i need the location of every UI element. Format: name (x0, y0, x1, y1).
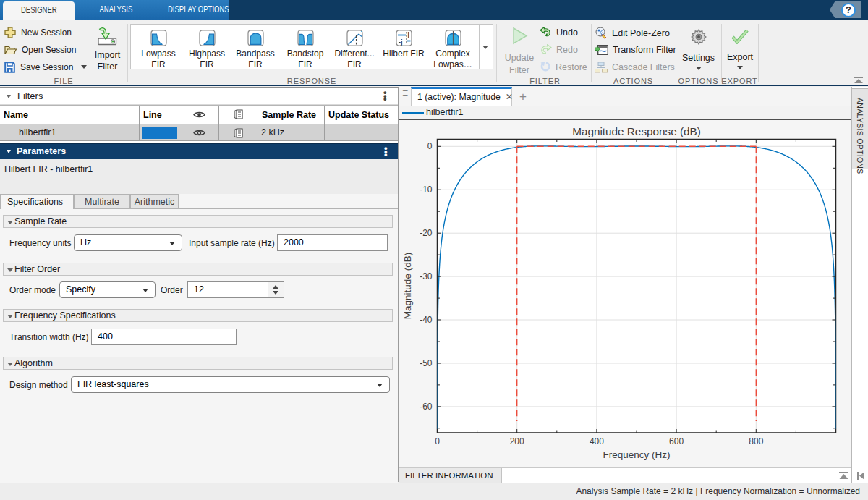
svg-text:-j: -j (399, 38, 403, 46)
svg-text:Magnitude (dB): Magnitude (dB) (402, 253, 413, 319)
svg-text:Magnitude Response (dB): Magnitude Response (dB) (572, 125, 701, 137)
svg-text:-10: -10 (420, 185, 433, 195)
svg-text:0: 0 (435, 436, 440, 446)
svg-text:-60: -60 (420, 402, 433, 412)
svg-text:-20: -20 (420, 228, 433, 238)
svg-text:0: 0 (427, 141, 433, 151)
svg-text:j: j (407, 31, 409, 38)
svg-text:-40: -40 (420, 315, 433, 325)
svg-text:200: 200 (510, 436, 524, 446)
svg-text:800: 800 (749, 436, 763, 446)
svg-text:600: 600 (669, 436, 684, 446)
svg-text:-50: -50 (420, 358, 433, 368)
svg-text:-30: -30 (420, 271, 433, 281)
svg-text:400: 400 (590, 436, 604, 446)
svg-text:Frequency (Hz): Frequency (Hz) (603, 449, 670, 460)
